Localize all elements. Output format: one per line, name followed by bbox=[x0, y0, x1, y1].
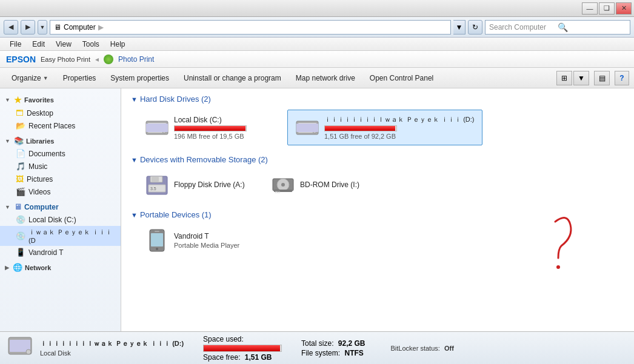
status-disk-icon bbox=[7, 335, 33, 361]
filesystem-label-text: File system: bbox=[301, 349, 340, 357]
sidebar-item-desktop[interactable]: 🗔 Desktop bbox=[0, 107, 121, 119]
status-space-free: Space free: 1,51 GB bbox=[203, 353, 282, 362]
removable-drives-grid: 3.5 Floppy Disk Drive (A:) bbox=[131, 170, 624, 200]
view-tiles-button[interactable]: ⊞ bbox=[556, 71, 572, 85]
address-path: Computer bbox=[64, 23, 96, 31]
drive-d-label: ｉｗａｋ Ｐｅｙｅｋ ｉｉｉ (D bbox=[28, 228, 115, 244]
close-button[interactable]: ✕ bbox=[616, 2, 632, 15]
bd-rom-icon: BD bbox=[271, 176, 295, 195]
search-box[interactable]: Search Computer 🔍 bbox=[485, 20, 630, 35]
history-dropdown-button[interactable]: ▼ bbox=[38, 20, 47, 35]
favorites-label: Favorites bbox=[24, 96, 54, 104]
svg-point-25 bbox=[26, 349, 31, 354]
total-size-label-text: Total size: bbox=[301, 339, 333, 348]
vandroid-label: Vandroid T bbox=[28, 248, 64, 257]
portable-section-title: ▼ Portable Devices (1) bbox=[131, 210, 624, 219]
recent-places-label: Recent Places bbox=[28, 122, 75, 130]
sidebar-computer-header[interactable]: ▼ 🖥 Computer bbox=[0, 200, 121, 213]
vandroid-item[interactable]: Vandroid T Portable Media Player bbox=[137, 225, 258, 256]
sidebar-item-recent-places[interactable]: 📂 Recent Places bbox=[0, 119, 121, 132]
status-bar-fill bbox=[204, 345, 279, 351]
desktop-label: Desktop bbox=[27, 109, 53, 117]
local-disk-c-info: Local Disk (C:) 196 MB free of 19,5 GB bbox=[174, 116, 275, 140]
sidebar-item-music[interactable]: 🎵 Music bbox=[0, 160, 121, 173]
map-network-button[interactable]: Map network drive bbox=[289, 71, 362, 85]
forward-button[interactable]: ▶ bbox=[21, 20, 35, 35]
drive-d-free: 1,51 GB free of 92,2 GB bbox=[324, 133, 475, 140]
sidebar-item-pictures[interactable]: 🖼 Pictures bbox=[0, 173, 121, 185]
sidebar: ▼ ★ Favorites 🗔 Desktop 📂 Recent Places … bbox=[0, 88, 121, 331]
local-disk-c-item[interactable]: Local Disk (C:) 196 MB free of 19,5 GB bbox=[137, 110, 282, 145]
address-dropdown-btn[interactable]: ▼ bbox=[453, 20, 465, 35]
organize-button[interactable]: Organize ▼ bbox=[5, 71, 55, 85]
address-bar: ◀ ▶ ▼ 🖥 Computer ▶ ▼ ↻ Search Computer 🔍 bbox=[0, 17, 634, 38]
content-area: ▼ Hard Disk Drives (2) Local bbox=[121, 88, 634, 331]
drive-d-name: ｉｉｉｉｉｉｉｉｌｗａｋ Ｐｅｙｅｋ ｉｉｉ (D:) bbox=[324, 115, 475, 124]
photo-print-link[interactable]: Photo Print bbox=[118, 55, 154, 64]
pictures-icon: 🖼 bbox=[16, 174, 24, 184]
drive-d-icon: 💿 bbox=[16, 231, 25, 240]
menu-tools[interactable]: Tools bbox=[78, 39, 104, 50]
maximize-button[interactable]: ❑ bbox=[599, 2, 615, 15]
libraries-label: Libraries bbox=[26, 137, 54, 145]
network-arrow-icon: ▶ bbox=[5, 265, 9, 271]
menu-view[interactable]: View bbox=[51, 39, 76, 50]
svg-rect-7 bbox=[296, 124, 318, 132]
menu-edit[interactable]: Edit bbox=[27, 39, 50, 50]
computer-arrow-icon: ▼ bbox=[5, 204, 10, 210]
portable-collapse-arrow[interactable]: ▼ bbox=[131, 211, 138, 219]
uninstall-button[interactable]: Uninstall or change a program bbox=[177, 71, 288, 85]
hard-disk-collapse-arrow[interactable]: ▼ bbox=[131, 96, 138, 103]
help-button[interactable]: ? bbox=[615, 71, 629, 85]
sidebar-item-vandroid[interactable]: 📱 Vandroid T bbox=[0, 246, 121, 259]
drive-d-bar-fill bbox=[325, 126, 395, 131]
hard-disk-drives-grid: Local Disk (C:) 196 MB free of 19,5 GB bbox=[131, 110, 624, 145]
libraries-arrow-icon: ▼ bbox=[5, 138, 10, 144]
svg-rect-3 bbox=[146, 124, 168, 132]
status-total-size: Total size: 92,2 GB bbox=[301, 339, 365, 348]
space-free-value: 1,51 GB bbox=[245, 353, 272, 362]
bd-rom-item[interactable]: BD BD-ROM Drive (I:) bbox=[263, 170, 384, 200]
favorites-arrow-icon: ▼ bbox=[5, 97, 10, 103]
toolbar: Organize ▼ Properties System properties … bbox=[0, 68, 634, 88]
address-field[interactable]: 🖥 Computer ▶ bbox=[50, 20, 451, 35]
sidebar-libraries-header[interactable]: ▼ 📚 Libraries bbox=[0, 134, 121, 147]
view-dropdown-button[interactable]: ▼ bbox=[573, 71, 589, 85]
recent-places-icon: 📂 bbox=[16, 121, 25, 130]
content-wrapper: ▼ Hard Disk Drives (2) Local bbox=[121, 88, 634, 331]
open-control-panel-button[interactable]: Open Control Panel bbox=[363, 71, 440, 85]
sidebar-network-header[interactable]: ▶ 🌐 Network bbox=[0, 261, 121, 274]
svg-text:BD: BD bbox=[275, 190, 281, 194]
refresh-button[interactable]: ↻ bbox=[468, 20, 482, 35]
local-disk-c-bar-container bbox=[174, 125, 247, 131]
status-bar-container bbox=[203, 345, 282, 352]
search-icon[interactable]: 🔍 bbox=[558, 22, 626, 32]
menu-file[interactable]: File bbox=[5, 39, 26, 50]
sidebar-item-drive-d[interactable]: 💿 ｉｗａｋ Ｐｅｙｅｋ ｉｉｉ (D bbox=[0, 226, 121, 246]
removable-collapse-arrow[interactable]: ▼ bbox=[131, 156, 138, 164]
minimize-button[interactable]: — bbox=[582, 2, 598, 15]
drive-d-item[interactable]: ｉｉｉｉｉｉｉｉｌｗａｋ Ｐｅｙｅｋ ｉｉｉ (D:) 1,51 GB free… bbox=[287, 110, 482, 145]
menu-help[interactable]: Help bbox=[105, 39, 130, 50]
search-placeholder: Search Computer bbox=[489, 23, 558, 31]
floppy-icon: 3.5 bbox=[145, 176, 169, 195]
computer-label: Computer bbox=[24, 203, 59, 211]
title-bar: — ❑ ✕ bbox=[0, 0, 634, 17]
epson-separator: ◂ bbox=[95, 55, 99, 64]
status-bar: ｉｉｉｉｉｉｉｌｗａｋ Ｐｅｙｅｋ ｉｉｉ (D:) Local Disk Sp… bbox=[0, 331, 634, 364]
local-disk-c-bar-fill bbox=[175, 126, 245, 131]
back-button[interactable]: ◀ bbox=[4, 20, 18, 35]
sidebar-favorites-header[interactable]: ▼ ★ Favorites bbox=[0, 93, 121, 107]
sidebar-item-videos[interactable]: 🎬 Videos bbox=[0, 185, 121, 198]
videos-label: Videos bbox=[28, 188, 50, 196]
floppy-disk-item[interactable]: 3.5 Floppy Disk Drive (A:) bbox=[137, 170, 258, 200]
sidebar-item-local-disk-c[interactable]: 💿 Local Disk (C:) bbox=[0, 213, 121, 226]
sidebar-item-documents[interactable]: 📄 Documents bbox=[0, 147, 121, 160]
view-list-button[interactable]: ▤ bbox=[594, 71, 610, 85]
properties-button[interactable]: Properties bbox=[56, 71, 103, 85]
vandroid-device-info: Vandroid T Portable Media Player bbox=[174, 232, 250, 249]
floppy-info: Floppy Disk Drive (A:) bbox=[174, 180, 250, 190]
status-total-size-col: Total size: 92,2 GB File system: NTFS bbox=[301, 339, 365, 357]
drive-d-drive-icon bbox=[295, 118, 319, 137]
system-properties-button[interactable]: System properties bbox=[104, 71, 176, 85]
